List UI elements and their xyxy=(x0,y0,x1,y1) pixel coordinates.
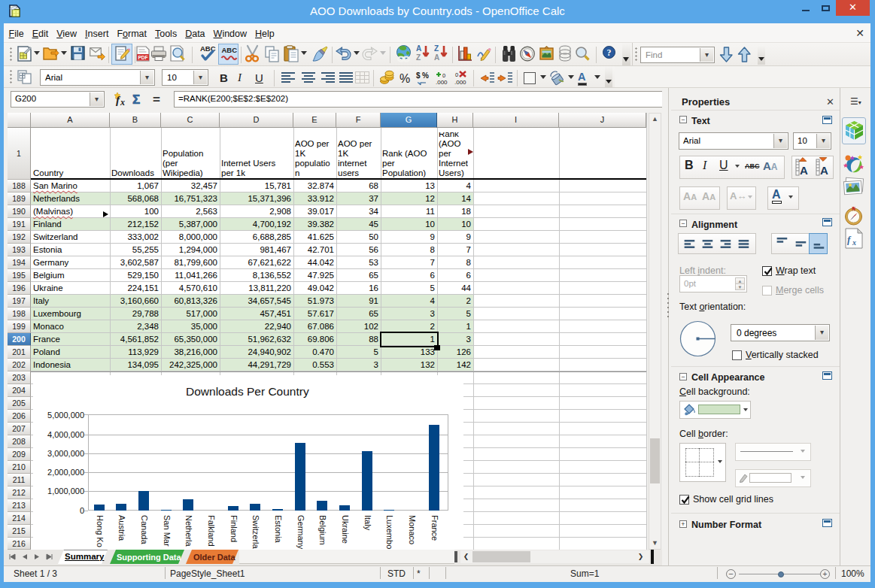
svg-text:x: x xyxy=(852,238,856,247)
svg-text:A: A xyxy=(800,164,808,177)
svg-text:.000: .000 xyxy=(436,79,448,86)
svg-text:x: x xyxy=(120,97,125,108)
svg-text:PDF: PDF xyxy=(138,55,148,60)
svg-text:0: 0 xyxy=(455,71,458,78)
svg-text:?: ? xyxy=(607,47,612,58)
svg-text:Z: Z xyxy=(434,44,439,53)
svg-text:A: A xyxy=(416,44,421,53)
svg-text:.000: .000 xyxy=(454,79,466,86)
svg-text:ABC: ABC xyxy=(222,46,238,54)
svg-text:A: A xyxy=(820,164,828,177)
svg-text:Z: Z xyxy=(416,53,421,62)
svg-text:A: A xyxy=(434,53,439,62)
svg-text:$: $ xyxy=(416,71,421,80)
svg-text:N: N xyxy=(852,206,855,211)
svg-text:0: 0 xyxy=(442,72,445,79)
svg-text:%: % xyxy=(422,71,429,80)
